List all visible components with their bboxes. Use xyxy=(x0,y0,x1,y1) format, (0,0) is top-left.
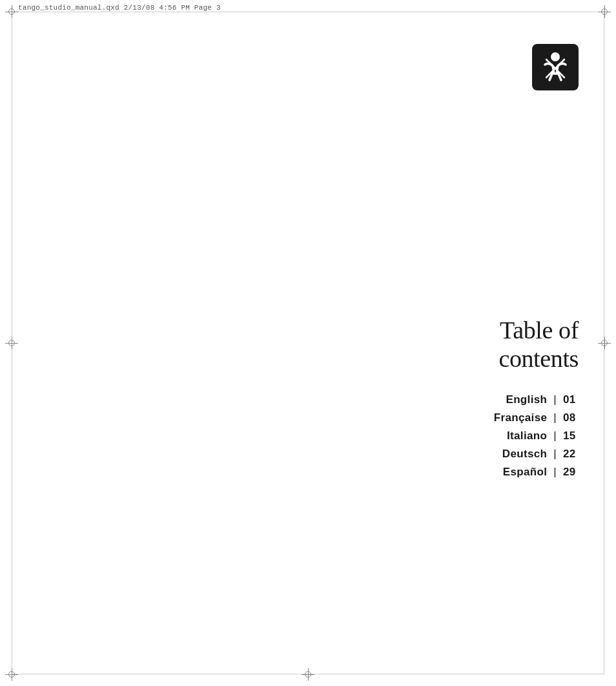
crosshair-left-center xyxy=(5,337,18,349)
toc-title-line1: Table of xyxy=(500,317,579,344)
crosshair-bottom-left xyxy=(5,668,18,681)
toc-language: English xyxy=(489,393,547,406)
toc-language: Française xyxy=(489,411,547,424)
logo-icon xyxy=(539,50,572,84)
toc-separator: | xyxy=(553,448,557,461)
toc-separator: | xyxy=(553,393,557,406)
toc-entries-list: English | 01Française | 08Italiano | 15D… xyxy=(489,393,579,479)
toc-language: Español xyxy=(489,466,547,479)
crosshair-right-center xyxy=(598,337,611,349)
crosshair-top-right xyxy=(598,5,611,18)
toc-entry: Deutsch | 22 xyxy=(489,448,579,461)
toc-language: Italiano xyxy=(489,430,547,442)
toc-entry: English | 01 xyxy=(489,393,579,406)
toc-title: Table of contents xyxy=(489,317,579,373)
toc-separator: | xyxy=(553,430,557,442)
toc-title-line2: contents xyxy=(498,345,579,372)
toc-page-number: 22 xyxy=(563,448,579,461)
toc-page-number: 15 xyxy=(563,430,579,442)
table-of-contents: Table of contents English | 01Française … xyxy=(489,317,579,479)
toc-language: Deutsch xyxy=(489,448,547,461)
toc-page-number: 01 xyxy=(563,393,579,406)
toc-entry: Español | 29 xyxy=(489,466,579,479)
toc-separator: | xyxy=(553,411,557,424)
crosshair-top-left xyxy=(5,5,18,18)
file-header: tango_studio_manual.qxd 2/13/08 4:56 PM … xyxy=(18,4,221,12)
toc-page-number: 08 xyxy=(563,411,579,424)
toc-page-number: 29 xyxy=(563,466,579,479)
svg-point-0 xyxy=(551,52,560,61)
crosshair-bottom-center xyxy=(302,668,314,681)
top-border xyxy=(12,12,604,12)
toc-entry: Italiano | 15 xyxy=(489,430,579,442)
toc-separator: | xyxy=(553,466,557,479)
toc-entry: Française | 08 xyxy=(489,411,579,424)
brand-logo xyxy=(532,44,579,90)
